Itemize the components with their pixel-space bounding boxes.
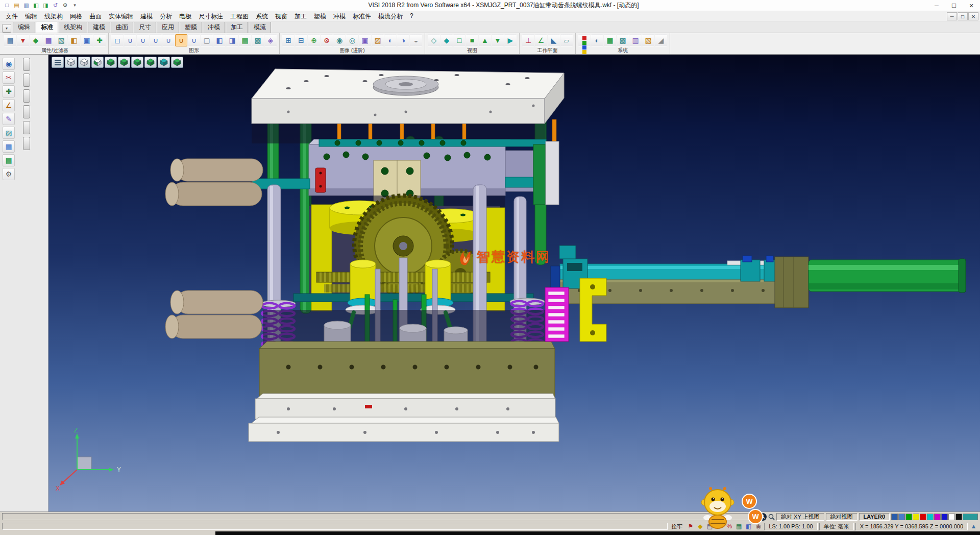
view-menu-button[interactable] (52, 57, 64, 68)
workplane-view-icon[interactable]: ▱ (560, 34, 573, 46)
filter-color-icon[interactable]: ◧ (68, 34, 80, 46)
view-left-button[interactable] (158, 57, 170, 68)
attribute-match-icon[interactable]: ✚ (93, 34, 106, 46)
magnifier-icon[interactable] (768, 514, 775, 520)
palette-color-2[interactable] (905, 514, 912, 520)
menu-item-18[interactable]: ? (406, 11, 417, 22)
menu-item-11[interactable]: 系统 (252, 11, 272, 22)
left-toolbar-pill-0[interactable] (23, 58, 30, 71)
left-toolbar-pill-5[interactable] (23, 137, 30, 150)
properties-icon[interactable]: ▤ (4, 34, 16, 46)
left-toolbar-pill-1[interactable] (23, 74, 30, 87)
menu-item-6[interactable]: 建模 (137, 11, 156, 22)
palette-color-7[interactable] (941, 514, 948, 520)
workplane-entity-icon[interactable]: ◣ (548, 34, 560, 46)
hide-entity-icon[interactable]: ▢ (201, 34, 213, 46)
snapshot-icon[interactable]: ▣ (359, 34, 371, 46)
tab-8[interactable]: 冲模 (203, 21, 225, 33)
graphics-viewport[interactable]: 智慧资料网 Z Y X (48, 55, 980, 512)
options-tool-icon[interactable]: ⚙ (3, 168, 15, 180)
support-cylinders[interactable] (165, 159, 263, 338)
tab-3[interactable]: 建模 (88, 21, 110, 33)
menu-item-4[interactable]: 曲面 (86, 11, 105, 22)
view-mode-segment[interactable]: 绝对 XY 上视图 (776, 513, 824, 521)
palette-color-6[interactable] (934, 514, 941, 520)
menu-item-12[interactable]: 视窗 (272, 11, 291, 22)
left-toolbar-pill-2[interactable] (23, 89, 30, 103)
tab-9[interactable]: 加工 (226, 21, 248, 33)
view-rotate-down-icon[interactable]: ▼ (492, 34, 504, 46)
system-attributes-icon[interactable]: ▥ (629, 34, 642, 46)
menu-item-13[interactable]: 加工 (291, 11, 310, 22)
mold-assembly[interactable] (165, 69, 966, 442)
layer-display-icon[interactable]: ▤ (239, 34, 251, 46)
system-display-icon[interactable]: ◐ (591, 34, 603, 46)
menu-item-2[interactable]: 线架构 (41, 11, 66, 22)
tab-2[interactable]: 线架构 (59, 21, 87, 33)
shaded-active-icon[interactable]: ∪ (175, 34, 187, 46)
menu-item-9[interactable]: 尺寸标注 (195, 11, 227, 22)
filter-type-icon[interactable]: ◆ (30, 34, 42, 46)
left-toolbar-pill-3[interactable] (23, 105, 30, 118)
zoom-in-icon[interactable]: ⊕ (308, 34, 320, 46)
layer-segment[interactable]: LAYER0 (859, 513, 890, 521)
view-side-icon[interactable]: ■ (466, 34, 478, 46)
coords-mode-icon[interactable]: ▲ (969, 522, 978, 530)
view-iso-button[interactable] (91, 57, 104, 68)
palette-color-0[interactable] (891, 514, 898, 520)
view-rotate-up-icon[interactable]: ▲ (479, 34, 491, 46)
image-settings-icon[interactable]: ◒ (410, 34, 422, 46)
grid-tool-icon[interactable]: ▦ (3, 140, 15, 153)
translucent-mode-icon[interactable]: ∪ (188, 34, 200, 46)
cut-tool-icon[interactable]: ✂ (3, 71, 15, 84)
save-icon[interactable]: ▥ (22, 2, 31, 9)
view-shaded-button[interactable] (65, 57, 77, 68)
menu-item-5[interactable]: 实体编辑 (105, 11, 137, 22)
export-icon[interactable]: ◨ (41, 2, 50, 9)
lock-label[interactable]: 拴牢 (669, 523, 684, 530)
view-wireframe-button[interactable] (78, 57, 90, 68)
menu-item-0[interactable]: 文件 (2, 11, 21, 22)
view-fit-icon[interactable]: ◎ (346, 34, 358, 46)
menu-item-7[interactable]: 分析 (156, 11, 176, 22)
filter-layer-icon[interactable]: ▧ (55, 34, 67, 46)
system-filters-icon[interactable]: ▧ (642, 34, 654, 46)
qat-dropdown-icon[interactable]: ▾ (70, 2, 79, 9)
tab-1[interactable]: 标准 (36, 21, 58, 33)
settings-icon[interactable]: ⚙ (61, 2, 69, 9)
shaded-mode-a-icon[interactable]: ∪ (137, 34, 149, 46)
palette-color-1[interactable] (898, 514, 905, 520)
absolute-view-segment[interactable]: 绝对视图 (826, 513, 857, 521)
menu-item-14[interactable]: 塑模 (310, 11, 330, 22)
palette-color-3[interactable] (913, 514, 919, 520)
menu-item-3[interactable]: 网格 (66, 11, 86, 22)
erase-tool-icon[interactable]: ▨ (3, 127, 15, 139)
menu-item-15[interactable]: 冲模 (330, 11, 349, 22)
render-quality-icon[interactable]: ▩ (252, 34, 264, 46)
wireframe-mode-icon[interactable]: ◻ (111, 34, 124, 46)
view-isometric-icon[interactable]: ◇ (428, 34, 440, 46)
menu-item-10[interactable]: 工程图 (227, 11, 252, 22)
system-colors-icon[interactable] (578, 34, 591, 46)
palette-color-4[interactable] (920, 514, 926, 520)
hidden-line-mode-icon[interactable]: ∪ (124, 34, 136, 46)
minimize-button[interactable]: ─ (928, 0, 945, 11)
measure-tool-icon[interactable]: ∠ (3, 99, 15, 111)
menu-item-17[interactable]: 模流分析 (375, 11, 406, 22)
zoom-out-icon[interactable]: ⊟ (295, 34, 307, 46)
view-top-icon[interactable]: □ (453, 34, 465, 46)
hydraulic-cylinder[interactable] (808, 259, 966, 293)
import-icon[interactable]: ◧ (32, 2, 40, 9)
display-effects-icon[interactable]: ◈ (264, 34, 277, 46)
view-front-button[interactable] (105, 57, 117, 68)
scale-segment[interactable]: LS: 1.00 PS: 1.00 (764, 523, 817, 530)
filter-select-icon[interactable]: ▼ (17, 34, 29, 46)
filter-mask-icon[interactable]: ▦ (42, 34, 55, 46)
system-layers-icon[interactable]: ▩ (617, 34, 629, 46)
shaded-mode-c-icon[interactable]: ∪ (162, 34, 175, 46)
move-tool-icon[interactable]: ✚ (3, 85, 15, 98)
tab-4[interactable]: 曲面 (111, 21, 133, 33)
tab-dropdown-icon[interactable]: ▾ (2, 24, 11, 33)
mdi-restore-button[interactable]: □ (958, 12, 968, 20)
shade-option-b-icon[interactable]: ◑ (397, 34, 409, 46)
